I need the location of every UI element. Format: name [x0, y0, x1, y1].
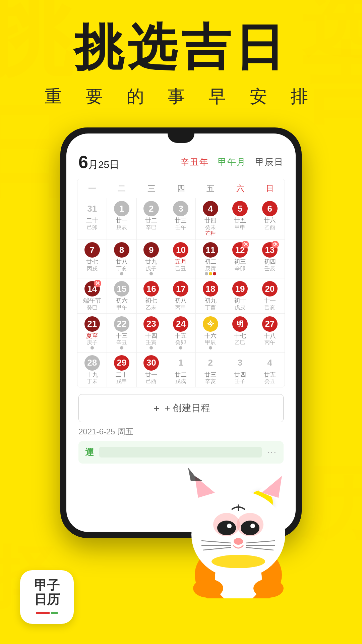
- calendar-cell[interactable]: 12休初三辛卯: [225, 239, 255, 278]
- lunar-date: 辛丑年 甲午月 甲辰日: [181, 156, 284, 168]
- calendar-cell[interactable]: 2廿三辛亥: [196, 352, 225, 387]
- calendar-cell[interactable]: 15初六甲午: [107, 278, 136, 313]
- calendar-cell[interactable]: 今十六甲辰: [196, 313, 225, 352]
- weekday-mon: 一: [77, 179, 107, 198]
- schedule-more-icon[interactable]: ···: [267, 447, 277, 458]
- svg-point-23: [193, 579, 223, 598]
- weekday-header: 一 二 三 四 五 六 日: [77, 179, 285, 198]
- calendar-cell[interactable]: 1廿一庚辰: [107, 198, 136, 239]
- calendar-cell[interactable]: 16初七乙未: [137, 278, 166, 313]
- calendar-cell[interactable]: 22十三辛丑: [107, 313, 136, 352]
- svg-point-12: [227, 524, 232, 528]
- calendar-cell[interactable]: 21夏至庚子: [77, 313, 107, 352]
- svg-point-11: [241, 521, 259, 535]
- calendar-cell[interactable]: 20十一己亥: [255, 278, 285, 313]
- calendar-cell[interactable]: 明十七乙巳: [225, 313, 255, 352]
- calendar-cell[interactable]: 30廿一己酉: [137, 352, 166, 387]
- calendar-cell[interactable]: 1廿二戊戌: [166, 352, 196, 387]
- calendar-cell[interactable]: 24十五癸卯: [166, 313, 196, 352]
- calendar-cell[interactable]: 4廿五癸丑: [255, 352, 285, 387]
- calendar-cell[interactable]: 6廿六乙酉: [255, 198, 285, 239]
- calendar-cell[interactable]: 4廿四癸未芒种: [196, 198, 225, 239]
- schedule-date: 2021-6-25 周五: [78, 426, 284, 437]
- app-icon: 甲子 日历 ▬▬ ▬: [20, 570, 74, 624]
- app-icon-text: 甲子 日历: [34, 579, 60, 607]
- calendar-body: 31二十己卯1廿一庚辰2廿二辛巳3廿三壬午4廿四癸未芒种5廿五甲申6廿六乙酉7廿…: [77, 198, 285, 387]
- calendar-header: 6月25日 辛丑年 甲午月 甲辰日: [77, 152, 285, 172]
- cat-mascot: [175, 458, 302, 598]
- calendar-cell[interactable]: 10五月己丑: [166, 239, 196, 278]
- calendar-grid: 一 二 三 四 五 六 日 31二十己卯1廿一庚辰2廿二辛巳3廿三壬午4廿四癸未…: [77, 179, 285, 387]
- hero-title: 挑选吉日: [0, 20, 362, 75]
- svg-point-24: [253, 579, 284, 598]
- calendar-cell[interactable]: 7廿七丙戌: [77, 239, 107, 278]
- weekday-thu: 四: [166, 179, 196, 198]
- calendar-date: 6月25日: [78, 152, 119, 172]
- calendar-cell[interactable]: 18初九丁酉: [196, 278, 225, 313]
- calendar-cell[interactable]: 28十九丁未: [77, 352, 107, 387]
- schedule-tag: 運: [85, 446, 94, 458]
- calendar-cell[interactable]: 5廿五甲申: [225, 198, 255, 239]
- calendar-cell[interactable]: 14休端午节癸巳: [77, 278, 107, 313]
- calendar-cell[interactable]: 3廿四壬子: [225, 352, 255, 387]
- app-icon-red-bar: ▬▬: [36, 608, 50, 615]
- hero-subtitle: 重 要 的 事 早 安 排: [0, 85, 362, 108]
- app-icon-green-bar: ▬: [51, 608, 58, 615]
- weekday-tue: 二: [107, 179, 136, 198]
- calendar-cell[interactable]: 13休初四壬辰: [255, 239, 285, 278]
- phone-mockup: 6月25日 辛丑年 甲午月 甲辰日 一 二 三: [60, 127, 302, 538]
- calendar-cell[interactable]: 27十八丙午: [255, 313, 285, 352]
- calendar-cell[interactable]: 31二十己卯: [77, 198, 107, 239]
- svg-point-13: [250, 524, 255, 528]
- calendar-cell[interactable]: 8廿八丁亥: [107, 239, 136, 278]
- calendar-cell[interactable]: 23十四壬寅: [137, 313, 166, 352]
- svg-point-14: [234, 538, 243, 545]
- calendar-cell[interactable]: 9廿九戊子: [137, 239, 166, 278]
- calendar-cell[interactable]: 19初十戊戌: [225, 278, 255, 313]
- calendar-cell[interactable]: 3廿三壬午: [166, 198, 196, 239]
- calendar-cell[interactable]: 29二十戊申: [107, 352, 136, 387]
- create-button-label: + 创建日程: [165, 402, 210, 415]
- svg-point-10: [217, 521, 236, 535]
- svg-point-22: [212, 555, 265, 568]
- plus-icon: ＋: [152, 402, 161, 415]
- calendar-cell[interactable]: 11初二庚寅: [196, 239, 225, 278]
- weekday-sat: 六: [225, 179, 255, 198]
- calendar-cell[interactable]: 2廿二辛巳: [137, 198, 166, 239]
- weekday-wed: 三: [137, 179, 166, 198]
- weekday-fri: 五: [196, 179, 225, 198]
- app-icon-bar: ▬▬ ▬: [36, 608, 58, 615]
- create-schedule-button[interactable]: ＋ + 创建日程: [78, 394, 284, 422]
- weekday-sun: 日: [255, 179, 285, 198]
- hero-section: 挑选吉日 重 要 的 事 早 安 排: [0, 20, 362, 108]
- calendar-cell[interactable]: 17初八丙申: [166, 278, 196, 313]
- schedule-content-bar: [99, 447, 262, 458]
